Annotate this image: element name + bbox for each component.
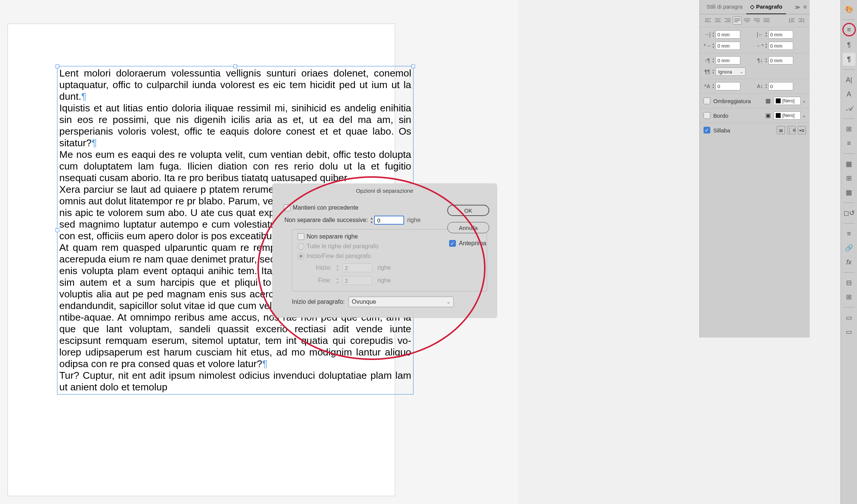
bulleted-list-icon[interactable]: •≡: [798, 126, 806, 134]
end-label: Fine:: [310, 277, 331, 284]
character-panel-icon[interactable]: A: [843, 88, 855, 100]
glyphs-icon[interactable]: 𝒜: [843, 102, 855, 115]
border-swatch[interactable]: [Nero]: [774, 111, 801, 120]
overlays-icon[interactable]: ▭: [843, 311, 855, 324]
preview-label: Anteprima: [459, 240, 486, 247]
all-lines-radio: [298, 243, 304, 250]
numbered-list-icon[interactable]: ⋮≡: [787, 126, 795, 134]
right-indent-icon: |←: [756, 31, 764, 38]
ok-button[interactable]: OK: [447, 205, 489, 216]
story-icon[interactable]: ⊞: [843, 123, 855, 135]
effects-icon[interactable]: fx: [843, 256, 855, 268]
space-between-icon: ¶¶: [704, 68, 711, 75]
align-toward-spine-icon[interactable]: [787, 16, 796, 25]
paragraph-styles-icon[interactable]: ¶: [843, 39, 855, 51]
border-swatch-chevron-icon[interactable]: ⌄: [802, 113, 806, 118]
panel-menu-icon[interactable]: ≡: [803, 4, 807, 10]
dropcap-lines-stepper[interactable]: ▴▾: [713, 83, 714, 89]
justify-last-center-icon[interactable]: [743, 16, 752, 25]
left-indent-icon: →|: [704, 31, 711, 38]
space-after-input[interactable]: 0 mm: [768, 56, 793, 64]
dropcap-chars-icon: A↕: [756, 82, 764, 90]
space-between-stepper[interactable]: ▴▾: [713, 69, 714, 75]
start-stepper: ▴▾: [337, 264, 338, 272]
first-line-stepper[interactable]: ▴▾: [713, 43, 714, 49]
table-styles-icon[interactable]: ▦: [843, 158, 855, 170]
keep-lines-together-checkbox[interactable]: [298, 233, 304, 240]
dropcap-lines-input[interactable]: 0: [716, 82, 740, 90]
paragraph-start-select[interactable]: Ovunque ⌄: [349, 297, 454, 307]
last-line-indent-icon: ←*: [756, 42, 764, 50]
shading-swatch[interactable]: [Nero]: [774, 97, 801, 105]
all-lines-label: Tutte le righe del paragrafo: [307, 243, 379, 250]
cell-styles-icon[interactable]: ⊞: [843, 172, 855, 184]
hyphenate-checkbox[interactable]: ✓: [704, 127, 710, 134]
space-after-stepper[interactable]: ▴▾: [765, 57, 767, 63]
right-indent-input[interactable]: 0 mm: [768, 30, 793, 39]
tab-paragraph[interactable]: ◇Paragrafo: [746, 0, 786, 14]
keep-options-dialog: Opzioni di separazione OK Annulla ✓ Ante…: [272, 184, 497, 318]
justify-all-icon[interactable]: [762, 16, 771, 25]
cross-references-icon[interactable]: ⊞: [843, 291, 855, 303]
border-options-icon[interactable]: ▣: [764, 111, 772, 120]
keep-with-next-input[interactable]: [374, 216, 404, 225]
collapse-panel-icon[interactable]: ≫: [795, 4, 800, 10]
align-center-icon[interactable]: [713, 16, 722, 25]
border-label: Bordo: [713, 112, 728, 119]
first-line-input[interactable]: 0 mm: [716, 42, 740, 50]
keep-with-next-stepper[interactable]: ▴▾: [371, 216, 373, 224]
lines-icon[interactable]: ≡: [843, 137, 855, 150]
color-palette-icon[interactable]: 🎨: [843, 3, 855, 16]
align-right-icon[interactable]: [723, 16, 732, 25]
start-end-radio: [298, 253, 304, 260]
keep-lines-together-label: Non separare righe: [307, 233, 358, 240]
paragraph-panel: Stili di paragra ◇Paragrafo ≫ ≡ →|▴▾0 mm…: [699, 0, 810, 338]
start-input: [342, 263, 372, 272]
hyperlinks-icon[interactable]: 🔗: [843, 242, 855, 254]
lines-unit: righe: [407, 217, 421, 224]
last-line-stepper[interactable]: ▴▾: [765, 43, 767, 49]
object-styles-icon[interactable]: ◻↺: [843, 207, 855, 219]
space-before-stepper[interactable]: ▴▾: [713, 57, 714, 63]
table-icon[interactable]: ▦: [843, 186, 855, 199]
hyphenate-label: Sillaba: [713, 127, 730, 134]
cancel-button[interactable]: Annulla: [447, 222, 489, 233]
preview-checkbox[interactable]: ✓: [449, 240, 456, 247]
paragraph-panel-icon[interactable]: ¶: [843, 53, 855, 66]
border-checkbox[interactable]: [704, 112, 710, 119]
right-indent-stepper[interactable]: ▴▾: [765, 32, 767, 38]
panel-menu-highlighted-icon[interactable]: ≡: [842, 23, 856, 36]
align-left-icon[interactable]: [704, 16, 713, 25]
paragraph-start-label: Inizio del paragrafo:: [292, 298, 345, 305]
list-options-icon[interactable]: ≣: [777, 126, 785, 134]
shading-label: Ombreggiatura: [713, 98, 751, 104]
align-away-spine-icon[interactable]: [797, 16, 806, 25]
conditional-text-icon[interactable]: ⊟: [843, 276, 855, 289]
end-input: [342, 276, 372, 285]
justify-last-right-icon[interactable]: [752, 16, 761, 25]
left-indent-stepper[interactable]: ▴▾: [713, 32, 714, 38]
dropcap-chars-input[interactable]: 0: [768, 82, 793, 90]
keep-with-previous-checkbox[interactable]: [284, 204, 290, 211]
last-line-input[interactable]: 0 mm: [768, 42, 793, 50]
left-indent-input[interactable]: 0 mm: [716, 30, 740, 39]
index-icon[interactable]: ≡: [843, 227, 855, 240]
tab-paragraph-styles[interactable]: Stili di paragra: [703, 0, 746, 14]
keep-with-next-label: Non separare dalle successive:: [284, 217, 368, 224]
swatch-chevron-icon[interactable]: ⌄: [802, 98, 806, 104]
space-after-icon: ¶↓: [756, 57, 764, 64]
dropcap-chars-stepper[interactable]: ▴▾: [765, 83, 767, 89]
dropcap-lines-icon: ᴬA: [704, 82, 711, 90]
space-before-icon: ↑¶: [704, 57, 711, 64]
folio-icon[interactable]: ▭: [843, 326, 855, 338]
shading-options-icon[interactable]: ▦: [764, 97, 772, 105]
keep-with-previous-label: Mantieni con precedente: [293, 204, 358, 211]
start-end-label: Inizio/Fine del paragrafo: [307, 253, 371, 260]
space-before-input[interactable]: 0 mm: [716, 56, 740, 64]
space-between-select[interactable]: Ignora⌄: [716, 68, 746, 76]
shading-checkbox[interactable]: [704, 98, 710, 104]
justify-last-left-icon[interactable]: [733, 16, 742, 25]
start-label: Inizio:: [310, 264, 331, 271]
end-stepper: ▴▾: [337, 276, 338, 285]
character-styles-icon[interactable]: A|: [843, 74, 855, 86]
